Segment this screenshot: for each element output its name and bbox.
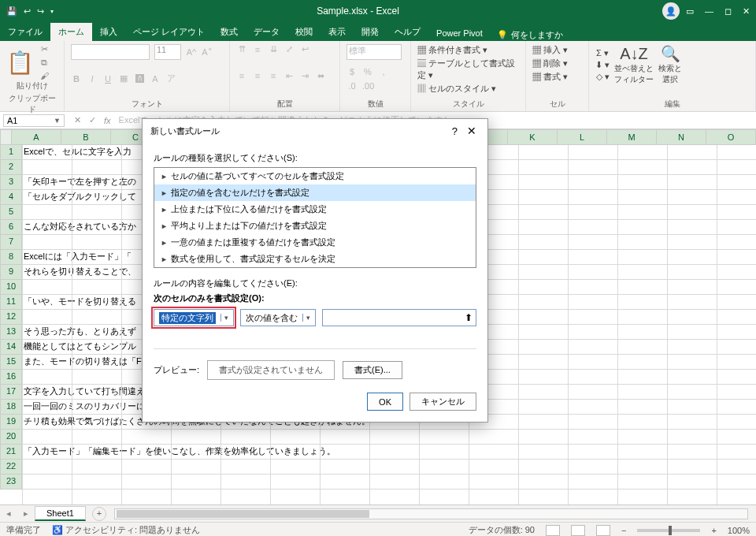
align-center-icon[interactable]: ≡ bbox=[252, 71, 263, 80]
row-header[interactable]: 4 bbox=[0, 190, 22, 205]
cancel-button[interactable]: キャンセル bbox=[410, 393, 476, 411]
find-select-button[interactable]: 🔍 検索と 選択 bbox=[658, 44, 682, 85]
underline-button[interactable]: U bbox=[102, 74, 113, 84]
border-icon[interactable]: ▦ bbox=[118, 73, 129, 84]
horizontal-scrollbar[interactable] bbox=[114, 508, 748, 519]
row-header[interactable]: 8 bbox=[0, 250, 22, 265]
tab-review[interactable]: 校閲 bbox=[287, 23, 321, 41]
fx-icon[interactable]: fx bbox=[104, 116, 111, 125]
row-header[interactable]: 20 bbox=[0, 430, 22, 445]
scrollbar-thumb[interactable] bbox=[117, 510, 369, 518]
row-header[interactable]: 15 bbox=[0, 355, 22, 370]
rule-type-item[interactable]: ►数式を使用して、書式設定するセルを決定 bbox=[154, 251, 476, 267]
phonetic-icon[interactable]: ア bbox=[165, 73, 176, 84]
rule-type-item[interactable]: ►セルの値に基づいてすべてのセルを書式設定 bbox=[154, 168, 476, 184]
tab-file[interactable]: ファイル bbox=[0, 23, 50, 41]
accounting-icon[interactable]: $ bbox=[346, 67, 358, 76]
row-header[interactable]: 17 bbox=[0, 385, 22, 400]
conditional-format-button[interactable]: ▦ 条件付き書式 ▾ bbox=[417, 44, 519, 56]
save-icon[interactable]: 💾 bbox=[6, 6, 17, 17]
fill-icon[interactable]: ⬇ ▾ bbox=[595, 60, 610, 70]
dialog-close-icon[interactable]: ✕ bbox=[464, 125, 480, 137]
condition-type-combo[interactable]: 特定の文字列▾ bbox=[154, 309, 234, 326]
copy-icon[interactable]: ⧉ bbox=[39, 58, 50, 68]
cut-icon[interactable]: ✂ bbox=[39, 44, 50, 54]
column-header[interactable]: L bbox=[558, 129, 607, 145]
column-header[interactable]: K bbox=[508, 129, 558, 145]
paste-icon[interactable]: 📋 bbox=[6, 50, 34, 76]
row-header[interactable]: 12 bbox=[0, 310, 22, 325]
minimize-icon[interactable]: — bbox=[705, 6, 713, 16]
row-header[interactable]: 7 bbox=[0, 235, 22, 250]
row-header[interactable]: 2 bbox=[0, 160, 22, 175]
grow-font-icon[interactable]: A^ bbox=[186, 47, 197, 57]
tab-powerpivot[interactable]: Power Pivot bbox=[428, 25, 491, 41]
zoom-slider-thumb[interactable] bbox=[669, 526, 672, 535]
sheet-nav-prev-icon[interactable]: ◂ bbox=[0, 508, 17, 519]
autosum-icon[interactable]: Σ ▾ bbox=[595, 48, 610, 58]
row-header[interactable]: 5 bbox=[0, 205, 22, 220]
format-as-table-button[interactable]: ▤ テーブルとして書式設定 ▾ bbox=[417, 58, 519, 81]
row-header[interactable]: 6 bbox=[0, 220, 22, 235]
wrap-text-icon[interactable]: ↩ bbox=[299, 44, 310, 54]
rule-type-item[interactable]: ►平均より上または下の値だけを書式設定 bbox=[154, 218, 476, 234]
row-header[interactable]: 22 bbox=[0, 460, 22, 475]
row-header[interactable]: 21 bbox=[0, 445, 22, 460]
column-header[interactable]: M bbox=[607, 129, 657, 145]
row-header[interactable]: 19 bbox=[0, 415, 22, 430]
tab-view[interactable]: 表示 bbox=[321, 23, 354, 41]
align-bottom-icon[interactable]: ⇊ bbox=[268, 44, 279, 54]
undo-icon[interactable]: ↩ bbox=[24, 6, 31, 17]
redo-icon[interactable]: ↪ bbox=[37, 6, 44, 17]
view-layout-icon[interactable] bbox=[571, 525, 585, 536]
font-color-icon[interactable]: A bbox=[150, 74, 161, 84]
ok-button[interactable]: OK bbox=[367, 393, 403, 411]
rule-type-item[interactable]: ►指定の値を含むセルだけを書式設定 bbox=[154, 184, 476, 201]
sheet-nav-next-icon[interactable]: ▸ bbox=[17, 508, 35, 519]
font-name-combo[interactable] bbox=[71, 44, 150, 60]
insert-cells-button[interactable]: ▦ 挿入 ▾ bbox=[532, 44, 582, 56]
zoom-out-icon[interactable]: − bbox=[621, 526, 626, 535]
format-button[interactable]: 書式(E)... bbox=[343, 361, 402, 379]
row-header[interactable]: 11 bbox=[0, 295, 22, 310]
cell-styles-button[interactable]: ▥ セルのスタイル ▾ bbox=[417, 83, 519, 95]
tab-help[interactable]: ヘルプ bbox=[387, 23, 428, 41]
select-all-triangle[interactable] bbox=[0, 129, 12, 145]
account-avatar-icon[interactable]: 👤 bbox=[662, 2, 680, 20]
shrink-font-icon[interactable]: A˅ bbox=[202, 47, 213, 58]
tell-me[interactable]: 💡何をしますか bbox=[497, 29, 563, 41]
indent-inc-icon[interactable]: ⇥ bbox=[299, 71, 310, 81]
name-box[interactable]: A1▼ bbox=[3, 114, 65, 127]
zoom-slider[interactable] bbox=[637, 529, 700, 532]
tab-page-layout[interactable]: ページ レイアウト bbox=[125, 23, 213, 41]
row-header[interactable]: 18 bbox=[0, 400, 22, 415]
close-icon[interactable]: ✕ bbox=[743, 6, 750, 17]
view-normal-icon[interactable] bbox=[546, 525, 560, 536]
row-header[interactable]: 23 bbox=[0, 475, 22, 489]
row-header[interactable]: 13 bbox=[0, 325, 22, 340]
tab-formulas[interactable]: 数式 bbox=[213, 23, 246, 41]
cancel-formula-icon[interactable]: ✕ bbox=[74, 115, 81, 125]
cell-content[interactable] bbox=[22, 475, 756, 489]
orientation-icon[interactable]: ⤢ bbox=[284, 44, 295, 54]
bold-button[interactable]: B bbox=[71, 74, 82, 84]
sheet-tab[interactable]: Sheet1 bbox=[35, 506, 86, 521]
maximize-icon[interactable]: ◻ bbox=[724, 6, 732, 17]
inc-decimal-icon[interactable]: .0 bbox=[346, 81, 358, 91]
cell-content[interactable]: 「入力モード」「編集モード」を使いこなし、作業を効率化していきましょう。 bbox=[22, 445, 756, 460]
enter-formula-icon[interactable]: ✓ bbox=[89, 115, 96, 125]
new-sheet-button[interactable]: + bbox=[92, 507, 106, 521]
number-format-combo[interactable]: 標準 bbox=[346, 44, 402, 60]
tab-insert[interactable]: 挿入 bbox=[92, 23, 125, 41]
fill-color-icon[interactable]: 🅰 bbox=[134, 74, 145, 84]
range-selector-icon[interactable]: ⬆ bbox=[465, 312, 472, 323]
italic-button[interactable]: I bbox=[87, 74, 98, 84]
tab-data[interactable]: データ bbox=[246, 23, 287, 41]
column-header[interactable]: A bbox=[12, 129, 61, 145]
dec-decimal-icon[interactable]: .00 bbox=[362, 81, 374, 91]
percent-icon[interactable]: % bbox=[362, 67, 373, 76]
view-pagebreak-icon[interactable] bbox=[596, 525, 610, 536]
delete-cells-button[interactable]: ▦ 削除 ▾ bbox=[532, 58, 582, 69]
row-header[interactable]: 9 bbox=[0, 265, 22, 280]
cell-content[interactable] bbox=[22, 430, 756, 445]
